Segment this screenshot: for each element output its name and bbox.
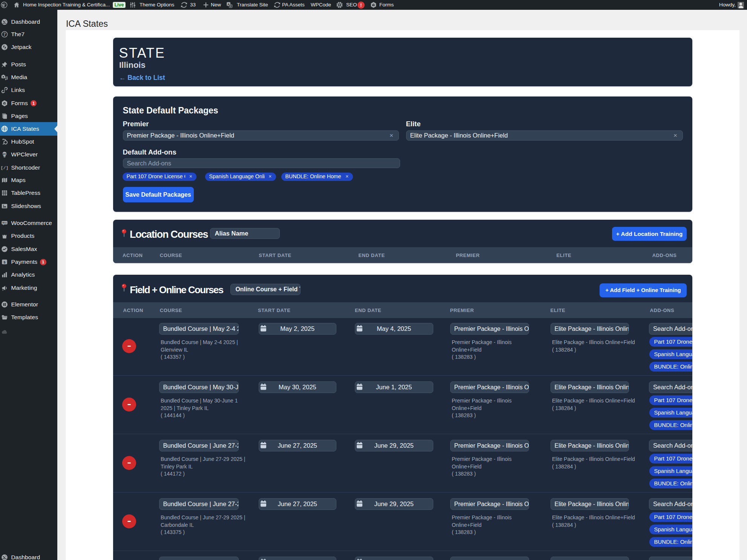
svg-text:Woo: Woo xyxy=(2,222,7,224)
svg-text:7: 7 xyxy=(3,32,6,37)
svg-text:WPC: WPC xyxy=(2,153,7,155)
svg-text:[/]: [/] xyxy=(1,165,8,171)
svg-text:$: $ xyxy=(3,260,6,264)
